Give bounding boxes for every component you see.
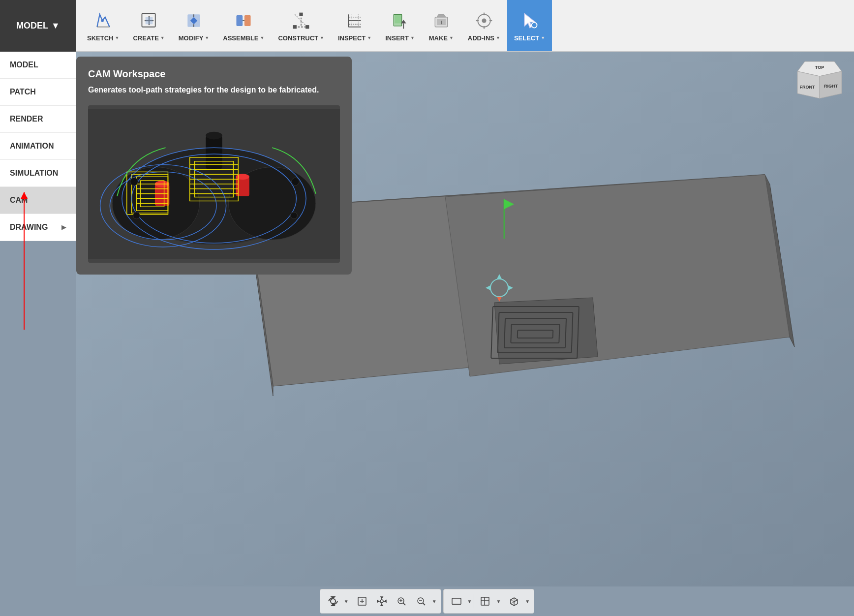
display-dropdown-arrow[interactable]: ▼ bbox=[467, 599, 472, 604]
svg-point-107 bbox=[380, 600, 383, 603]
svg-marker-111 bbox=[385, 600, 386, 602]
svg-point-38 bbox=[531, 22, 537, 28]
svg-point-94 bbox=[291, 212, 298, 219]
sidebar-item-render[interactable]: RENDER bbox=[0, 106, 76, 133]
separator-3 bbox=[503, 594, 503, 608]
assemble-icon bbox=[233, 10, 254, 31]
model-dropdown-arrow: ▼ bbox=[51, 21, 60, 31]
svg-rect-16 bbox=[305, 25, 309, 29]
zoom-dropdown-arrow[interactable]: ▼ bbox=[432, 599, 437, 604]
svg-text:TOP: TOP bbox=[815, 65, 824, 70]
zoom-window-button[interactable] bbox=[412, 592, 430, 610]
sidebar-item-cam[interactable]: CAM bbox=[0, 187, 76, 214]
separator-1 bbox=[351, 594, 351, 608]
toolbar-modify[interactable]: MODIFY▼ bbox=[172, 0, 216, 51]
cam-popup-description: Generates tool-path strategies for the d… bbox=[88, 85, 340, 95]
annotation-arrow bbox=[24, 192, 25, 330]
pan-tool-button[interactable] bbox=[373, 592, 391, 610]
make-icon bbox=[430, 10, 452, 31]
viewcube-dropdown-arrow[interactable]: ▼ bbox=[525, 599, 530, 604]
sidebar-item-simulation[interactable]: SIMULATION bbox=[0, 160, 76, 187]
svg-rect-8 bbox=[237, 15, 243, 26]
toolbar-inspect[interactable]: INSPECT▼ bbox=[331, 0, 378, 51]
sidebar-item-model[interactable]: MODEL bbox=[0, 52, 76, 79]
svg-point-68 bbox=[236, 174, 249, 180]
svg-marker-37 bbox=[524, 13, 535, 28]
svg-marker-46 bbox=[494, 298, 598, 364]
model-label: MODEL bbox=[16, 21, 48, 31]
toolbar-assemble[interactable]: ASSEMBLE▼ bbox=[216, 0, 271, 51]
select-icon bbox=[519, 10, 541, 31]
display-tools-group: ▼ ▼ ▼ bbox=[443, 589, 535, 614]
addins-label: ADD-INS▼ bbox=[468, 34, 500, 42]
create-icon bbox=[138, 10, 160, 31]
separator-2 bbox=[474, 594, 474, 608]
zoom-button[interactable] bbox=[393, 592, 410, 610]
assemble-label: ASSEMBLE▼ bbox=[223, 34, 264, 42]
navigation-tools-group: ▼ bbox=[320, 589, 441, 614]
svg-point-101 bbox=[331, 599, 336, 604]
navigation-cube[interactable]: TOP FRONT RIGHT bbox=[795, 54, 844, 103]
toolbar-addins[interactable]: ADD-INS▼ bbox=[461, 0, 507, 51]
cam-popup-title: CAM Workspace bbox=[88, 68, 340, 80]
modify-label: MODIFY▼ bbox=[179, 34, 209, 42]
svg-rect-15 bbox=[293, 25, 297, 29]
inspect-label: INSPECT▼ bbox=[338, 34, 371, 42]
svg-line-117 bbox=[423, 603, 425, 606]
bottom-toolbar: ▼ bbox=[0, 586, 854, 616]
toolbar-insert[interactable]: INSERT▼ bbox=[378, 0, 422, 51]
grid-dropdown-arrow[interactable]: ▼ bbox=[496, 599, 501, 604]
scene-background: CAM Workspace Generates tool-path strate… bbox=[76, 52, 854, 586]
grid-button[interactable] bbox=[476, 592, 494, 610]
model-workspace-button[interactable]: MODEL ▼ bbox=[0, 0, 76, 52]
orbit-tool-button[interactable] bbox=[324, 592, 342, 610]
cam-toolpath-svg bbox=[88, 105, 340, 263]
svg-point-92 bbox=[292, 178, 300, 186]
cam-workspace-popup: CAM Workspace Generates tool-path strate… bbox=[76, 57, 352, 275]
modify-icon bbox=[183, 10, 205, 31]
svg-marker-128 bbox=[511, 598, 514, 604]
svg-rect-14 bbox=[300, 12, 303, 16]
svg-point-64 bbox=[206, 132, 222, 140]
sketch-label: SKETCH▼ bbox=[87, 34, 119, 42]
addins-icon bbox=[473, 10, 495, 31]
display-mode-button[interactable] bbox=[448, 592, 465, 610]
cam-popup-preview-image bbox=[88, 105, 340, 263]
make-label: MAKE▼ bbox=[429, 34, 454, 42]
select-label: SELECT▼ bbox=[514, 34, 545, 42]
svg-text:FRONT: FRONT bbox=[800, 85, 815, 90]
toolbar-make[interactable]: MAKE▼ bbox=[422, 0, 461, 51]
svg-rect-9 bbox=[244, 15, 251, 26]
toolbar-select[interactable]: SELECT▼ bbox=[507, 0, 552, 51]
svg-marker-109 bbox=[381, 604, 383, 606]
sidebar-item-patch[interactable]: PATCH bbox=[0, 79, 76, 106]
toolbar-create[interactable]: CREATE▼ bbox=[126, 0, 171, 51]
svg-rect-121 bbox=[481, 597, 489, 605]
sketch-icon bbox=[92, 10, 114, 31]
construct-label: CONSTRUCT▼ bbox=[278, 34, 324, 42]
fit-view-button[interactable] bbox=[353, 592, 371, 610]
construct-icon bbox=[290, 10, 312, 31]
viewcube-button[interactable] bbox=[505, 592, 523, 610]
inspect-icon bbox=[344, 10, 366, 31]
insert-label: INSERT▼ bbox=[385, 34, 415, 42]
svg-rect-4 bbox=[145, 17, 152, 24]
toolbar-construct[interactable]: CONSTRUCT▼ bbox=[271, 0, 331, 51]
main-toolbar: MODEL ▼ SKETCH▼ bbox=[0, 0, 854, 52]
svg-point-91 bbox=[130, 178, 138, 186]
svg-text:RIGHT: RIGHT bbox=[824, 84, 838, 89]
svg-rect-25 bbox=[395, 15, 401, 23]
drawing-submenu-arrow: ▶ bbox=[61, 224, 66, 231]
orbit-dropdown-arrow[interactable]: ▼ bbox=[344, 599, 349, 604]
svg-line-126 bbox=[514, 600, 518, 602]
3d-viewport[interactable]: CAM Workspace Generates tool-path strate… bbox=[76, 52, 854, 586]
svg-line-113 bbox=[403, 603, 405, 606]
sidebar-item-animation[interactable]: ANIMATION bbox=[0, 133, 76, 160]
nav-cube-svg: TOP FRONT RIGHT bbox=[795, 54, 844, 103]
sidebar-item-drawing[interactable]: DRAWING ▶ bbox=[0, 214, 76, 241]
insert-icon bbox=[389, 10, 411, 31]
svg-marker-110 bbox=[377, 600, 379, 602]
svg-point-0 bbox=[101, 19, 103, 22]
toolbar-sketch[interactable]: SKETCH▼ bbox=[80, 0, 126, 51]
svg-point-32 bbox=[482, 18, 486, 23]
